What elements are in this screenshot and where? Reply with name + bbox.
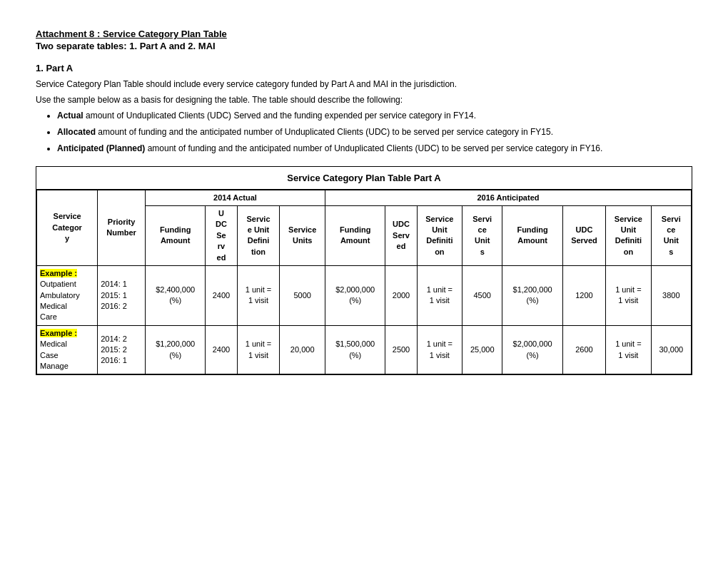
cell-svc-unit-def-1: 1 unit = 1 visit (237, 325, 280, 374)
bullet-list: Actual amount of Unduplicated Clients (U… (57, 109, 692, 156)
group-2016-anticipated: 2016 Anticipated (325, 190, 691, 205)
cell-svc-units-1: 5000 (280, 265, 325, 325)
col-service-unit-def-2: ServiceUnitDefinition (417, 205, 462, 265)
cell-udc-3: 1200 (562, 265, 605, 325)
col-funding-amount-1: FundingAmount (145, 205, 205, 265)
col-service-units-3: ServiceUnits (651, 205, 691, 265)
cell-priority: 2014: 1 2015: 1 2016: 2 (98, 265, 146, 325)
col-service-units-1: ServiceUnits (280, 205, 325, 265)
service-category-table: Service Category Plan Table Part A Servi… (36, 166, 692, 376)
cell-funding-2: $2,000,000 (%) (325, 265, 385, 325)
cell-svc-unit-def-3: 1 unit = 1 visit (606, 265, 652, 325)
col-funding-amount-3: FundingAmount (502, 205, 562, 265)
cell-funding-1: $1,200,000 (%) (145, 325, 205, 374)
title-underline: Attachment 8 : Service Category Plan Tab… (36, 29, 692, 39)
col-service-unit-def-1: Service UnitDefinition (237, 205, 280, 265)
cell-svc-units-3: 30,000 (651, 325, 691, 374)
table-row: Example : Medical Case Manage2014: 2 201… (37, 325, 692, 374)
col-funding-amount-2: FundingAmount (325, 205, 385, 265)
cell-svc-ce-units-2: 25,000 (462, 325, 502, 374)
bullet-item-1: Actual amount of Unduplicated Clients (U… (57, 109, 692, 123)
bullet-bold-2: Allocated (57, 127, 96, 137)
bullet-text-2: amount of funding and the anticipated nu… (96, 127, 553, 137)
cell-udc-1: 2400 (206, 325, 237, 374)
col-service-unit-def-3: ServiceUnitDefinition (606, 205, 652, 265)
bullet-item-2: Allocated amount of funding and the anti… (57, 126, 692, 139)
cell-udc-2: 2000 (385, 265, 417, 325)
cell-svc-units-1: 20,000 (280, 325, 325, 374)
col-udc-served-3: UDCServed (562, 205, 605, 265)
cell-service-category: Example : Outpatient Ambulatory Medical … (37, 265, 98, 325)
table-title: Service Category Plan Table Part A (36, 167, 692, 190)
cell-svc-unit-def-1: 1 unit = 1 visit (237, 265, 280, 325)
cell-udc-3: 2600 (562, 325, 605, 374)
cell-funding-1: $2,400,000 (%) (145, 265, 205, 325)
bullet-bold-3: Anticipated (Planned) (57, 143, 145, 153)
col-service-category: ServiceCategory (37, 190, 98, 265)
bullet-text-1: amount of Unduplicated Clients (UDC) Ser… (84, 111, 476, 121)
col-udc-served-2: UDCServed (385, 205, 417, 265)
cell-svc-ce-units-2: 4500 (462, 265, 502, 325)
cell-funding-2: $1,500,000 (%) (325, 325, 385, 374)
group-2014-actual: 2014 Actual (145, 190, 325, 205)
bullet-item-3: Anticipated (Planned) amount of funding … (57, 142, 692, 155)
bullet-text-3: amount of funding and the anticipated nu… (145, 143, 602, 153)
cell-udc-2: 2500 (385, 325, 417, 374)
cell-svc-unit-def-3: 1 unit = 1 visit (606, 325, 652, 374)
title-subtitle: Two separate tables: 1. Part A and 2. MA… (36, 41, 692, 51)
cell-priority: 2014: 2 2015: 2 2016: 1 (98, 325, 146, 374)
cell-svc-unit-def-2: 1 unit = 1 visit (417, 325, 462, 374)
bullet-bold-1: Actual (57, 111, 84, 121)
cell-udc-1: 2400 (206, 265, 237, 325)
cell-service-category: Example : Medical Case Manage (37, 325, 98, 374)
col-service-ce-units-2: ServiceUnits (462, 205, 502, 265)
cell-svc-units-3: 3800 (651, 265, 691, 325)
cell-funding-3: $1,200,000 (%) (502, 265, 562, 325)
cell-funding-3: $2,000,000 (%) (502, 325, 562, 374)
col-udc-served-1: UDCServed (206, 205, 237, 265)
part-a-heading: 1. Part A (36, 63, 692, 73)
description2: Use the sample below as a basis for desi… (36, 93, 692, 106)
cell-svc-unit-def-2: 1 unit = 1 visit (417, 265, 462, 325)
col-priority-number: PriorityNumber (98, 190, 146, 265)
description1: Service Category Plan Table should inclu… (36, 78, 692, 91)
table-row: Example : Outpatient Ambulatory Medical … (37, 265, 692, 325)
